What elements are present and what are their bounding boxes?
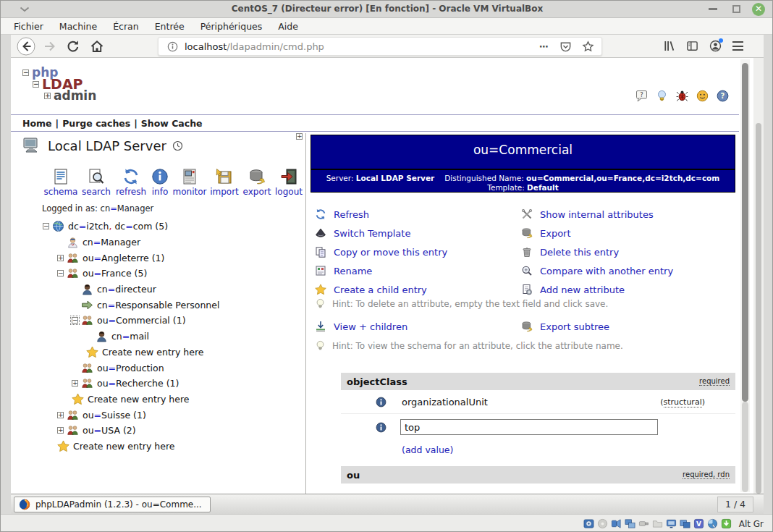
site-info-icon[interactable]	[167, 41, 178, 52]
action-compare-with-another-entry[interactable]: Compare with another entry	[521, 265, 673, 276]
export-subtree-link[interactable]: Export subtree	[521, 321, 609, 332]
tree-expander-icon[interactable]: −	[57, 270, 64, 276]
sidebar-icon[interactable]	[686, 40, 698, 52]
tree-item-cn-manager[interactable]: cn=Manager	[22, 235, 303, 250]
close-button[interactable]: ✕	[752, 3, 765, 16]
tree-item-ou-commercial-1[interactable]: −ou=Commercial (1)	[22, 313, 303, 329]
tools-icon	[521, 208, 533, 220]
menu-entr-e[interactable]: Entrée	[155, 21, 185, 32]
toolbar-monitor-button[interactable]: monitor	[171, 168, 208, 197]
entry-header: ou=Commercial Server: Local LDAP ServerD…	[311, 135, 735, 193]
action-add-new-attribute[interactable]: Add new attribute	[521, 284, 625, 295]
menu-p-riph-riques[interactable]: Périphériques	[200, 21, 263, 32]
tree-expander-icon[interactable]: −	[43, 223, 49, 229]
attribute-name[interactable]: ou	[347, 470, 360, 481]
action-export[interactable]: Export	[521, 227, 571, 239]
action-delete-this-entry[interactable]: Delete this entry	[521, 246, 619, 258]
menu-cran[interactable]: Écran	[113, 21, 139, 32]
separator: |	[56, 118, 59, 129]
attribute-value-input[interactable]	[400, 419, 658, 435]
bug-icon[interactable]	[676, 90, 688, 102]
url-bar[interactable]: localhost/ldapadmin/cmd.php ⋯	[158, 37, 602, 56]
taskbar-window-button[interactable]: phpLDAPadmin (1.2.3) - ou=Comme...	[14, 497, 211, 512]
tree-item-cn-responsable-personnel[interactable]: cn=Responsable Personnel	[22, 297, 303, 313]
action-copy-or-move-this-entry[interactable]: Copy or move this entry	[311, 246, 521, 258]
action-rename[interactable]: Rename	[311, 265, 521, 276]
tree-item-create-new-entry-here[interactable]: Create new entry here	[22, 439, 303, 455]
reload-button[interactable]	[66, 39, 80, 54]
tree-item-ou-angleterre-1[interactable]: +ou=Angleterre (1)	[22, 250, 303, 266]
url-text: localhost/ldapadmin/cmd.php	[185, 41, 324, 52]
shared-folder-icon[interactable]	[652, 518, 663, 529]
menu-fichier[interactable]: Fichier	[14, 21, 43, 32]
server-name[interactable]: Local LDAP Server	[48, 138, 166, 153]
tree-expander-icon[interactable]: +	[57, 412, 64, 418]
action-refresh[interactable]: Refresh	[311, 208, 521, 220]
toolbar-logout-button[interactable]: logout	[270, 168, 308, 197]
hintbulb-icon[interactable]	[656, 90, 668, 102]
pocket-icon[interactable]	[559, 41, 572, 53]
window-scrollbar-thumb[interactable]	[756, 123, 761, 494]
tree-item-cn-mail[interactable]: cn=mail	[22, 329, 303, 345]
tree-item-ou-usa-2[interactable]: +ou=USA (2)	[22, 423, 303, 439]
audio-icon[interactable]	[611, 518, 622, 529]
nav-link-show-cache[interactable]: Show Cache	[141, 118, 203, 129]
tree-item-cn-directeur[interactable]: cn=directeur	[22, 282, 303, 297]
optical-icon[interactable]	[597, 518, 608, 529]
toolbar-search-button[interactable]: search	[77, 168, 115, 197]
menu-machine[interactable]: Machine	[59, 21, 97, 32]
tree-item-ou-production[interactable]: ou=Production	[22, 360, 303, 376]
bookmark-star-icon[interactable]	[582, 41, 594, 53]
hdd-icon[interactable]	[583, 518, 594, 529]
attribute-note[interactable]: (structural)	[660, 397, 705, 407]
minimize-button[interactable]	[709, 8, 717, 10]
tree-expander-icon[interactable]: +	[57, 255, 64, 261]
back-button[interactable]	[17, 37, 35, 56]
restore-button[interactable]	[732, 5, 740, 13]
vbox-menu-icon[interactable]: V	[693, 518, 704, 529]
org-unit-icon	[81, 362, 93, 374]
action-create-a-child-entry[interactable]: Create a child entry	[311, 284, 521, 295]
attr-info-icon[interactable]	[376, 422, 386, 433]
nav-link-home[interactable]: Home	[22, 118, 52, 129]
tree-item-create-new-entry-here[interactable]: Create new entry here	[22, 345, 303, 360]
action-switch-template[interactable]: Switch Template	[311, 227, 521, 239]
tree-item-create-new-entry-here[interactable]: Create new entry here	[22, 392, 303, 408]
network-icon[interactable]	[625, 518, 635, 529]
nav-link-purge-caches[interactable]: Purge caches	[62, 118, 130, 129]
workspace-pager[interactable]: 1 / 4	[717, 497, 753, 512]
tree-expander-icon[interactable]: −	[72, 317, 78, 324]
export-db-icon	[521, 227, 533, 239]
add-value-link[interactable]: (add value)	[402, 444, 453, 455]
tree-item-ou-france-5[interactable]: −ou=France (5)	[22, 266, 303, 282]
keyboard-icon[interactable]	[721, 518, 732, 529]
tree-expander-icon[interactable]: +	[72, 380, 78, 387]
frame-scrollbar-thumb[interactable]	[742, 63, 748, 402]
toolbar-schema-button[interactable]: schema	[42, 168, 80, 197]
display-icon[interactable]	[666, 518, 677, 529]
action-show-internal-attributes[interactable]: Show internal attributes	[521, 208, 654, 220]
frame-scrollbar[interactable]	[740, 59, 750, 492]
attr-info-icon[interactable]	[376, 397, 386, 408]
account-icon[interactable]	[709, 40, 722, 52]
menu-aide[interactable]: Aide	[278, 21, 298, 32]
library-icon[interactable]	[663, 40, 675, 52]
tree-item-ou-suisse-1[interactable]: +ou=Suisse (1)	[22, 407, 303, 423]
recording-icon[interactable]	[680, 518, 690, 529]
smiley-icon[interactable]	[696, 90, 709, 102]
tooltip-icon[interactable]: ?	[635, 90, 648, 102]
usb-icon[interactable]	[638, 518, 649, 529]
help-icon[interactable]: ?	[717, 90, 729, 102]
tree-item-dc-i2tch-dc-com-5[interactable]: −dc=i2tch, dc=com (5)	[22, 219, 303, 235]
home-button[interactable]	[90, 39, 104, 54]
tree-item-ou-recherche-1[interactable]: +ou=Recherche (1)	[22, 376, 303, 392]
menu-hamburger-icon[interactable]	[732, 41, 743, 51]
tree-expander-icon[interactable]: +	[57, 427, 64, 434]
page-actions-icon[interactable]: ⋯	[539, 41, 549, 52]
forward-button[interactable]	[43, 39, 57, 54]
view-children-link[interactable]: View + children	[311, 321, 521, 332]
mouse-integration-icon[interactable]	[707, 518, 718, 529]
window-scrollbar[interactable]	[753, 58, 764, 494]
attribute-value: organizationalUnit	[402, 397, 488, 408]
attribute-name[interactable]: objectClass	[347, 376, 407, 387]
